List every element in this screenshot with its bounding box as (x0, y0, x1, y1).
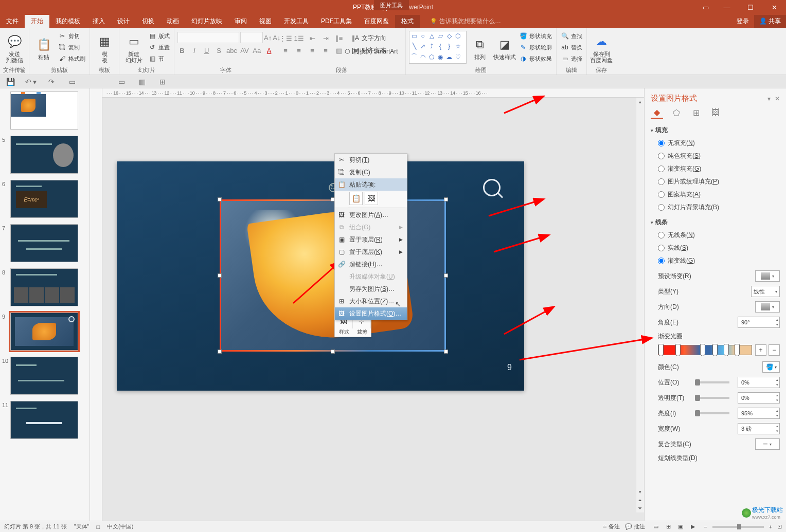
save-icon[interactable]: 💾 (4, 76, 16, 87)
resize-handle[interactable] (331, 350, 335, 354)
notes-button[interactable]: ≐ 备注 (602, 523, 620, 530)
pane-options-icon[interactable]: ▾ (767, 95, 771, 102)
ctx-cut[interactable]: ✂剪切(T) (335, 154, 407, 166)
slide-thumbnail[interactable]: 8 (2, 268, 87, 306)
send-to-wechat-button[interactable]: 💬发送 到微信 (3, 31, 26, 66)
layout-button[interactable]: ▤版式 (147, 31, 171, 41)
ctx-hyperlink[interactable]: 🔗超链接(H)… (335, 258, 407, 270)
numbering-button[interactable]: 1☰ (294, 33, 304, 43)
spell-check-icon[interactable]: □ (96, 524, 100, 530)
paste-option-1[interactable]: 📋 (349, 192, 363, 205)
share-button[interactable]: 👤 共享 (754, 15, 786, 28)
fill-pattern-radio[interactable]: 图案填充(A) (658, 190, 784, 199)
ctx-bring-front[interactable]: ▣置于顶层(R)▶ (335, 233, 407, 246)
slide-thumbnail[interactable]: 10 (2, 357, 87, 395)
copy-button[interactable]: ⿻复制 (57, 42, 86, 52)
underline-button[interactable]: U (202, 45, 211, 56)
italic-button[interactable]: I (190, 45, 199, 56)
brightness-spinner[interactable]: 95% (738, 408, 780, 419)
undo-button[interactable]: ↶ ▾ (25, 76, 37, 87)
char-spacing-button[interactable]: AV (240, 45, 249, 56)
fill-picture-radio[interactable]: 图片或纹理填充(P) (658, 177, 784, 186)
slide-thumbnail[interactable]: 5 (2, 136, 87, 174)
compound-dropdown[interactable]: ═ (755, 438, 780, 450)
line-gradient-radio[interactable]: 渐变线(G) (658, 256, 784, 265)
columns-button[interactable]: ▥ (334, 45, 344, 56)
section-button[interactable]: ▥节 (147, 53, 171, 64)
quick-styles-button[interactable]: ◪快速样式 (493, 31, 516, 66)
effects-tab-icon[interactable]: ⬠ (670, 106, 683, 119)
current-slide[interactable]: 9 ✥ (117, 161, 524, 391)
qat-btn-1[interactable]: ▭ (115, 76, 128, 87)
fill-gradient-radio[interactable]: 渐变填充(G) (658, 164, 784, 173)
tab-view[interactable]: 视图 (253, 15, 278, 28)
qat-btn-2[interactable]: ▦ (136, 76, 148, 87)
tab-animations[interactable]: 动画 (160, 15, 185, 28)
reading-view-icon[interactable]: ▣ (675, 522, 686, 531)
slide-thumbnail[interactable]: 6 E=mc² (2, 180, 87, 218)
fill-solid-radio[interactable]: 纯色填充(S) (658, 152, 784, 160)
minimize-button[interactable]: — (715, 0, 739, 15)
normal-view-icon[interactable]: ▭ (650, 522, 662, 531)
slideshow-view-icon[interactable]: ▶ (687, 522, 699, 531)
fill-none-radio[interactable]: 无填充(N) (658, 139, 784, 148)
ribbon-options-icon[interactable]: ▭ (696, 0, 715, 15)
fill-section-header[interactable]: 填充 (651, 123, 784, 138)
tab-review[interactable]: 审阅 (228, 15, 253, 28)
new-slide-button[interactable]: ▭新建 幻灯片 (122, 31, 145, 66)
transparency-spinner[interactable]: 0% (738, 392, 780, 403)
arrange-button[interactable]: ⧉排列 (469, 31, 491, 66)
gradient-type-dropdown[interactable]: 线性 (751, 286, 780, 297)
comments-button[interactable]: 💬 批注 (625, 523, 645, 530)
align-center-button[interactable]: ≡ (294, 45, 304, 56)
increase-font-icon[interactable]: A↑ (264, 32, 272, 43)
font-color-button[interactable]: A (264, 45, 274, 56)
ctx-format-picture[interactable]: 🖼设置图片格式(O)… (335, 307, 407, 320)
justify-button[interactable]: ≡ (320, 45, 331, 56)
line-spacing-button[interactable]: ‖≡ (334, 33, 344, 43)
scroll-down-icon[interactable]: ▾ (636, 488, 644, 496)
font-size-input[interactable] (240, 32, 263, 43)
slide-thumbnails-panel[interactable]: 5 6 E=mc² 7 8 9 10 11 (0, 88, 90, 521)
tab-baidu[interactable]: 百度网盘 (358, 15, 395, 28)
transparency-slider[interactable] (695, 397, 729, 399)
gradient-stops-slider[interactable] (658, 345, 752, 355)
maximize-button[interactable]: ☐ (739, 0, 762, 15)
tab-my-templates[interactable]: 我的模板 (49, 15, 86, 28)
shape-fill-button[interactable]: 🪣形状填充 (518, 31, 553, 41)
resize-handle[interactable] (218, 350, 222, 354)
selected-picture[interactable]: ✥ (220, 199, 446, 352)
slide-thumbnail[interactable]: 9 (2, 313, 87, 351)
slide-thumbnail[interactable]: 7 (2, 224, 87, 262)
save-to-baidu-button[interactable]: ☁保存到 百度网盘 (590, 31, 613, 66)
resize-handle[interactable] (218, 197, 222, 201)
paste-option-2[interactable]: 🖼 (365, 192, 378, 205)
fill-slide-bg-radio[interactable]: 幻灯片背景填充(B) (658, 203, 784, 212)
preset-gradient-dropdown[interactable] (755, 270, 780, 282)
increase-indent-button[interactable]: ⇥ (320, 33, 331, 43)
shapes-gallery[interactable]: ▭○△▱◇⬡ ╲↗⤴{}☆ ⌒◠⬠◉☁♡ (409, 31, 467, 64)
angle-spinner[interactable]: 90° (738, 317, 780, 328)
align-left-button[interactable]: ≡ (280, 45, 291, 56)
template-button[interactable]: ▦模 板 (93, 31, 116, 66)
change-case-button[interactable]: Aa (252, 45, 261, 56)
align-right-button[interactable]: ≡ (307, 45, 317, 56)
resize-handle[interactable] (444, 197, 448, 201)
font-name-input[interactable] (177, 32, 239, 43)
tab-home[interactable]: 开始 (25, 15, 49, 28)
size-tab-icon[interactable]: ⊞ (690, 106, 702, 119)
width-spinner[interactable]: 3 磅 (738, 423, 780, 434)
remove-stop-button[interactable]: − (769, 344, 780, 356)
bold-button[interactable]: B (177, 45, 187, 56)
tab-insert[interactable]: 插入 (86, 15, 111, 28)
vertical-scrollbar[interactable]: ▴ ▾ ⏶ ⏷ (636, 98, 644, 512)
paste-button[interactable]: 📋粘贴 (32, 31, 55, 66)
strikethrough-button[interactable]: S (215, 45, 224, 56)
line-none-radio[interactable]: 无线条(N) (658, 231, 784, 240)
close-button[interactable]: ✕ (762, 0, 786, 15)
shadow-button[interactable]: abc (226, 45, 237, 56)
language-label[interactable]: 中文(中国) (107, 523, 133, 530)
start-slideshow-button[interactable]: ▭ (66, 76, 78, 87)
pane-close-icon[interactable]: ✕ (775, 95, 780, 102)
stop-color-dropdown[interactable] (762, 361, 780, 373)
